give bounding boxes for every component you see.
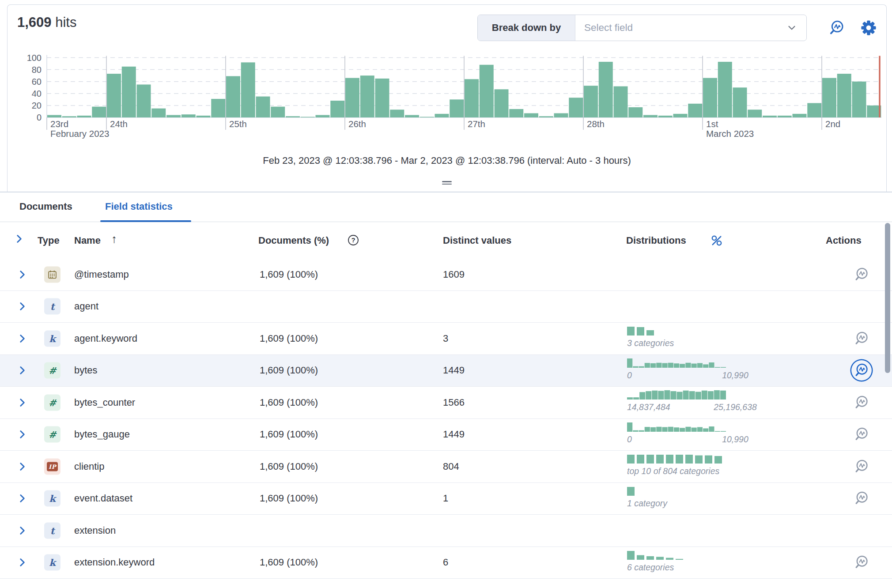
expand-row-chevron-icon[interactable] — [13, 419, 31, 451]
type-icon: # — [44, 426, 60, 443]
date-type-icon — [47, 269, 57, 279]
expand-row-chevron-icon[interactable] — [13, 547, 31, 579]
table-scrollbar[interactable] — [885, 223, 890, 373]
expand-row-chevron-icon[interactable] — [13, 259, 31, 290]
histogram-bar — [360, 75, 374, 117]
histogram-resize-handle[interactable] — [442, 180, 452, 186]
type-icon: # — [44, 394, 60, 411]
expand-row-chevron-icon[interactable] — [13, 515, 31, 547]
distribution-cell — [627, 262, 773, 288]
field-name: extension — [74, 515, 116, 547]
svg-text:80: 80 — [32, 65, 42, 75]
field-statistics-toggle-button[interactable] — [827, 18, 847, 38]
field-table-body: @timestamp 1,609 (100%) 1609 t agent k a… — [0, 259, 892, 588]
histogram-bar — [673, 114, 688, 117]
number-type-icon: # — [49, 429, 57, 440]
histogram-bar — [837, 74, 851, 117]
histogram-bar — [852, 82, 866, 117]
histogram-bar — [77, 116, 91, 117]
field-stats-action-button[interactable] — [851, 424, 872, 445]
documents-value: 1,609 (100%) — [260, 483, 318, 515]
column-header-distinct-values: Distinct values — [443, 235, 511, 246]
table-row: t agent — [0, 291, 892, 323]
distribution-label: top 10 of 804 categories — [627, 466, 773, 476]
breakdown-select[interactable]: Select field — [575, 15, 806, 41]
tab-documents[interactable]: Documents — [19, 192, 72, 221]
distribution-cell: 3 categories — [627, 326, 773, 352]
expand-all-chevron-icon[interactable] — [13, 233, 25, 247]
field-stats-icon — [854, 554, 869, 570]
field-stats-action-button[interactable] — [851, 392, 872, 413]
hits-histogram-svg[interactable]: 02040608010023rdFebruary 202324th25th26t… — [8, 47, 887, 148]
field-stats-icon — [854, 426, 869, 442]
hits-label: hits — [55, 15, 76, 30]
field-stats-icon — [854, 267, 869, 283]
histogram-bar — [181, 114, 196, 117]
histogram-bar — [107, 74, 121, 117]
field-stats-action-button[interactable] — [851, 456, 872, 477]
sort-ascending-icon[interactable]: ↑ — [111, 232, 117, 246]
expand-row-chevron-icon[interactable] — [13, 483, 31, 515]
svg-text:0: 0 — [37, 113, 42, 122]
expand-row-chevron-icon[interactable] — [13, 355, 31, 387]
field-stats-action-button[interactable] — [851, 328, 872, 349]
chart-options-button[interactable] — [859, 18, 878, 38]
histogram-bar — [330, 101, 344, 117]
field-name: extension.keyword — [74, 547, 155, 579]
field-stats-action-button[interactable] — [851, 264, 872, 285]
chevron-down-icon — [786, 22, 798, 34]
histogram-bar — [151, 109, 166, 117]
distribution-label: 3 categories — [627, 338, 773, 348]
distribution-label: 1 category — [627, 498, 773, 509]
svg-text:25th: 25th — [229, 119, 247, 129]
histogram-bar — [465, 79, 479, 117]
table-row: @timestamp 1,609 (100%) 1609 — [0, 259, 892, 291]
svg-text:28th: 28th — [587, 119, 605, 129]
svg-text:March 2023: March 2023 — [706, 128, 754, 139]
histogram-bar — [599, 62, 613, 117]
histogram-bar — [778, 116, 792, 117]
tab-field-statistics[interactable]: Field statistics — [105, 192, 173, 221]
distribution-histogram — [627, 422, 726, 433]
histogram-bar — [628, 107, 643, 117]
type-icon — [44, 266, 60, 283]
documents-value: 1,609 (100%) — [260, 451, 318, 482]
table-row: k extension.keyword 1,609 (100%) 6 6 cat… — [0, 547, 892, 579]
expand-row-chevron-icon[interactable] — [13, 387, 31, 418]
field-stats-action-button[interactable] — [851, 360, 872, 381]
distribution-histogram — [627, 390, 726, 400]
field-stats-action-button[interactable] — [851, 552, 872, 573]
expand-row-chevron-icon[interactable] — [13, 323, 31, 354]
histogram-bar — [435, 114, 449, 117]
column-header-actions: Actions — [826, 235, 862, 246]
hits-summary: 1,609 hits — [17, 15, 76, 30]
svg-text:24th: 24th — [110, 119, 128, 129]
distribution-cell: 6 categories — [627, 550, 773, 577]
distinct-values: 1 — [443, 483, 448, 515]
documents-help-icon[interactable]: ? — [347, 234, 359, 249]
histogram-bar — [643, 115, 658, 117]
expand-row-chevron-icon[interactable] — [13, 451, 31, 482]
histogram-bar — [718, 62, 732, 117]
breakdown-control: Break down by Select field — [477, 15, 807, 41]
column-header-name[interactable]: Name — [74, 235, 101, 246]
distribution-cell — [627, 294, 773, 320]
distribution-cell: top 10 of 804 categories — [627, 454, 773, 480]
expand-row-chevron-icon[interactable] — [13, 291, 31, 323]
hits-histogram: 02040608010023rdFebruary 202324th25th26t… — [8, 47, 887, 148]
field-name: event.dataset — [74, 483, 132, 515]
field-stats-action-button[interactable] — [851, 488, 872, 509]
keyword-type-icon: k — [49, 333, 56, 344]
documents-value: 1,609 (100%) — [260, 419, 318, 451]
histogram-bar — [256, 97, 270, 117]
distribution-categories — [627, 550, 685, 561]
histogram-bar — [166, 115, 181, 117]
histogram-bar — [390, 109, 404, 117]
distributions-toggle-icon[interactable] — [710, 234, 723, 250]
distinct-values: 1449 — [443, 355, 465, 387]
type-icon: k — [44, 554, 60, 571]
field-table-header: Type Name ↑ Documents (%) ? Distinct val… — [0, 222, 892, 259]
histogram-bar — [420, 117, 434, 117]
text-type-icon: t — [50, 525, 55, 536]
distribution-max-label: 25,196,638 — [714, 402, 757, 412]
